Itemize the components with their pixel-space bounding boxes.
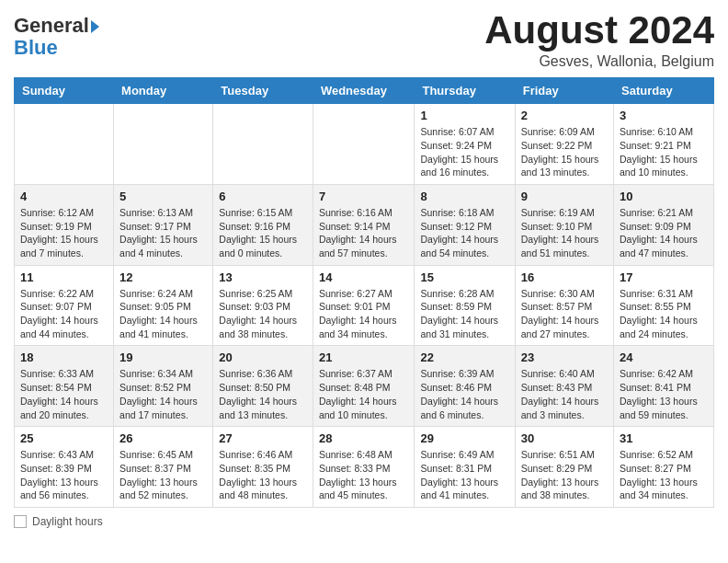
daylight-label: Daylight hours xyxy=(32,515,103,528)
calendar-cell: 7Sunrise: 6:16 AM Sunset: 9:14 PM Daylig… xyxy=(313,184,415,265)
day-info: Sunrise: 6:46 AM Sunset: 8:35 PM Dayligh… xyxy=(219,448,307,502)
day-number: 11 xyxy=(20,270,108,284)
day-number: 12 xyxy=(119,270,207,284)
day-info: Sunrise: 6:37 AM Sunset: 8:48 PM Dayligh… xyxy=(319,367,409,421)
day-number: 20 xyxy=(219,350,307,364)
week-row-1: 1Sunrise: 6:07 AM Sunset: 9:24 PM Daylig… xyxy=(15,104,714,185)
calendar-cell: 31Sunrise: 6:52 AM Sunset: 8:27 PM Dayli… xyxy=(614,427,714,508)
day-number: 30 xyxy=(521,431,608,445)
calendar-cell: 6Sunrise: 6:15 AM Sunset: 9:16 PM Daylig… xyxy=(213,184,313,265)
col-header-monday: Monday xyxy=(114,78,213,104)
calendar-cell: 5Sunrise: 6:13 AM Sunset: 9:17 PM Daylig… xyxy=(114,184,213,265)
calendar-cell: 23Sunrise: 6:40 AM Sunset: 8:43 PM Dayli… xyxy=(515,346,613,427)
day-info: Sunrise: 6:31 AM Sunset: 8:55 PM Dayligh… xyxy=(620,287,708,341)
day-info: Sunrise: 6:10 AM Sunset: 9:21 PM Dayligh… xyxy=(620,125,708,179)
month-title: August 2024 xyxy=(484,9,714,52)
calendar-cell: 22Sunrise: 6:39 AM Sunset: 8:46 PM Dayli… xyxy=(415,346,515,427)
calendar-cell xyxy=(213,104,313,185)
calendar-cell: 24Sunrise: 6:42 AM Sunset: 8:41 PM Dayli… xyxy=(614,346,714,427)
day-number: 31 xyxy=(620,431,708,445)
daylight-indicator xyxy=(14,515,27,528)
day-number: 4 xyxy=(20,190,108,203)
day-info: Sunrise: 6:16 AM Sunset: 9:14 PM Dayligh… xyxy=(319,206,409,260)
day-info: Sunrise: 6:21 AM Sunset: 9:09 PM Dayligh… xyxy=(620,206,708,260)
day-number: 19 xyxy=(119,350,207,364)
calendar-cell: 26Sunrise: 6:45 AM Sunset: 8:37 PM Dayli… xyxy=(114,427,213,508)
day-number: 22 xyxy=(420,350,508,364)
week-row-5: 25Sunrise: 6:43 AM Sunset: 8:39 PM Dayli… xyxy=(15,427,714,508)
calendar-cell: 14Sunrise: 6:27 AM Sunset: 9:01 PM Dayli… xyxy=(313,265,415,346)
day-info: Sunrise: 6:25 AM Sunset: 9:03 PM Dayligh… xyxy=(219,287,307,341)
day-number: 6 xyxy=(219,190,307,203)
day-info: Sunrise: 6:18 AM Sunset: 9:12 PM Dayligh… xyxy=(420,206,508,260)
calendar-cell: 10Sunrise: 6:21 AM Sunset: 9:09 PM Dayli… xyxy=(614,184,714,265)
calendar-cell: 4Sunrise: 6:12 AM Sunset: 9:19 PM Daylig… xyxy=(15,184,114,265)
calendar-cell: 1Sunrise: 6:07 AM Sunset: 9:24 PM Daylig… xyxy=(415,104,515,185)
day-info: Sunrise: 6:09 AM Sunset: 9:22 PM Dayligh… xyxy=(521,125,608,179)
day-number: 10 xyxy=(620,190,708,203)
logo-general-text: General xyxy=(14,14,89,37)
day-info: Sunrise: 6:33 AM Sunset: 8:54 PM Dayligh… xyxy=(20,367,108,421)
calendar-cell: 28Sunrise: 6:48 AM Sunset: 8:33 PM Dayli… xyxy=(313,427,415,508)
footer-note: Daylight hours xyxy=(14,515,714,528)
day-number: 5 xyxy=(119,190,207,203)
day-number: 7 xyxy=(319,190,409,203)
calendar-cell: 19Sunrise: 6:34 AM Sunset: 8:52 PM Dayli… xyxy=(114,346,213,427)
calendar-cell xyxy=(15,104,114,185)
day-number: 23 xyxy=(521,350,608,364)
week-row-3: 11Sunrise: 6:22 AM Sunset: 9:07 PM Dayli… xyxy=(15,265,714,346)
day-number: 29 xyxy=(420,431,508,445)
col-header-wednesday: Wednesday xyxy=(313,78,415,104)
col-header-friday: Friday xyxy=(515,78,613,104)
calendar-cell: 18Sunrise: 6:33 AM Sunset: 8:54 PM Dayli… xyxy=(15,346,114,427)
calendar-cell: 27Sunrise: 6:46 AM Sunset: 8:35 PM Dayli… xyxy=(213,427,313,508)
day-info: Sunrise: 6:30 AM Sunset: 8:57 PM Dayligh… xyxy=(521,287,608,341)
day-info: Sunrise: 6:34 AM Sunset: 8:52 PM Dayligh… xyxy=(119,367,207,421)
calendar-cell: 30Sunrise: 6:51 AM Sunset: 8:29 PM Dayli… xyxy=(515,427,613,508)
calendar-cell: 17Sunrise: 6:31 AM Sunset: 8:55 PM Dayli… xyxy=(614,265,714,346)
day-info: Sunrise: 6:22 AM Sunset: 9:07 PM Dayligh… xyxy=(20,287,108,341)
day-number: 15 xyxy=(420,270,508,284)
day-info: Sunrise: 6:24 AM Sunset: 9:05 PM Dayligh… xyxy=(119,287,207,341)
day-number: 24 xyxy=(620,350,708,364)
day-number: 25 xyxy=(20,431,108,445)
day-info: Sunrise: 6:15 AM Sunset: 9:16 PM Dayligh… xyxy=(219,206,307,260)
day-number: 3 xyxy=(620,109,708,122)
day-number: 27 xyxy=(219,431,307,445)
calendar-cell: 21Sunrise: 6:37 AM Sunset: 8:48 PM Dayli… xyxy=(313,346,415,427)
title-area: August 2024 Gesves, Wallonia, Belgium xyxy=(484,9,714,70)
day-info: Sunrise: 6:48 AM Sunset: 8:33 PM Dayligh… xyxy=(319,448,409,502)
day-info: Sunrise: 6:40 AM Sunset: 8:43 PM Dayligh… xyxy=(521,367,608,421)
location-subtitle: Gesves, Wallonia, Belgium xyxy=(484,53,714,70)
day-info: Sunrise: 6:07 AM Sunset: 9:24 PM Dayligh… xyxy=(420,125,508,179)
day-info: Sunrise: 6:39 AM Sunset: 8:46 PM Dayligh… xyxy=(420,367,508,421)
col-header-sunday: Sunday xyxy=(15,78,114,104)
col-header-saturday: Saturday xyxy=(614,78,714,104)
week-row-2: 4Sunrise: 6:12 AM Sunset: 9:19 PM Daylig… xyxy=(15,184,714,265)
logo: General Blue xyxy=(14,9,99,59)
day-info: Sunrise: 6:42 AM Sunset: 8:41 PM Dayligh… xyxy=(620,367,708,421)
day-number: 2 xyxy=(521,109,608,122)
day-number: 1 xyxy=(420,109,508,122)
calendar-cell: 29Sunrise: 6:49 AM Sunset: 8:31 PM Dayli… xyxy=(415,427,515,508)
logo-arrow-icon xyxy=(91,20,99,33)
day-number: 18 xyxy=(20,350,108,364)
day-number: 17 xyxy=(620,270,708,284)
header: General Blue August 2024 Gesves, Walloni… xyxy=(14,9,714,70)
day-info: Sunrise: 6:19 AM Sunset: 9:10 PM Dayligh… xyxy=(521,206,608,260)
calendar-cell xyxy=(313,104,415,185)
day-number: 28 xyxy=(319,431,409,445)
day-info: Sunrise: 6:52 AM Sunset: 8:27 PM Dayligh… xyxy=(620,448,708,502)
col-header-thursday: Thursday xyxy=(415,78,515,104)
day-number: 13 xyxy=(219,270,307,284)
week-row-4: 18Sunrise: 6:33 AM Sunset: 8:54 PM Dayli… xyxy=(15,346,714,427)
day-number: 8 xyxy=(420,190,508,203)
day-info: Sunrise: 6:49 AM Sunset: 8:31 PM Dayligh… xyxy=(420,448,508,502)
logo-blue-text: Blue xyxy=(14,36,58,59)
calendar-cell: 25Sunrise: 6:43 AM Sunset: 8:39 PM Dayli… xyxy=(15,427,114,508)
day-info: Sunrise: 6:27 AM Sunset: 9:01 PM Dayligh… xyxy=(319,287,409,341)
calendar-cell: 8Sunrise: 6:18 AM Sunset: 9:12 PM Daylig… xyxy=(415,184,515,265)
day-number: 26 xyxy=(119,431,207,445)
day-number: 9 xyxy=(521,190,608,203)
col-header-tuesday: Tuesday xyxy=(213,78,313,104)
